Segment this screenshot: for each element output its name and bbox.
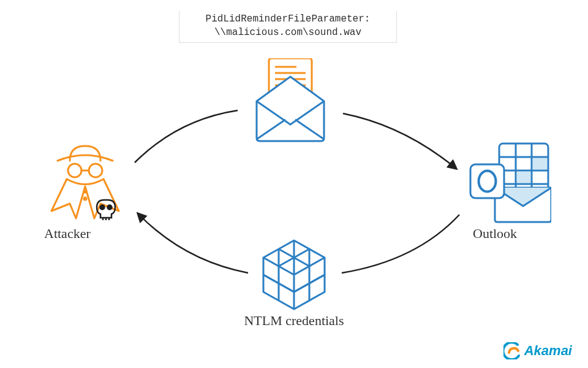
param-callout-box: PidLidReminderFileParameter: \\malicious… — [179, 11, 397, 43]
brand-swirl-icon — [503, 342, 521, 359]
svg-point-9 — [84, 190, 86, 193]
svg-point-12 — [108, 205, 112, 210]
param-line-1: PidLidReminderFileParameter: — [179, 12, 396, 26]
svg-point-7 — [89, 164, 102, 177]
attacker-label: Attacker — [44, 226, 91, 242]
svg-rect-24 — [470, 164, 504, 198]
svg-rect-22 — [517, 172, 530, 183]
ntlm-cube-icon — [257, 237, 331, 310]
svg-rect-23 — [533, 158, 547, 169]
svg-point-6 — [68, 164, 81, 177]
svg-point-11 — [100, 205, 105, 210]
outlook-icon — [466, 140, 551, 226]
envelope-icon — [257, 77, 324, 141]
skull-icon — [97, 200, 115, 220]
outlook-label: Outlook — [473, 226, 517, 242]
attacker-icon — [45, 144, 125, 223]
ntlm-label: NTLM credentials — [227, 313, 361, 329]
brand-logo: Akamai — [503, 342, 572, 359]
param-line-2: \\malicious.com\sound.wav — [179, 26, 396, 39]
malicious-email-icon — [247, 58, 333, 144]
svg-point-10 — [84, 197, 86, 200]
brand-name: Akamai — [524, 343, 572, 359]
